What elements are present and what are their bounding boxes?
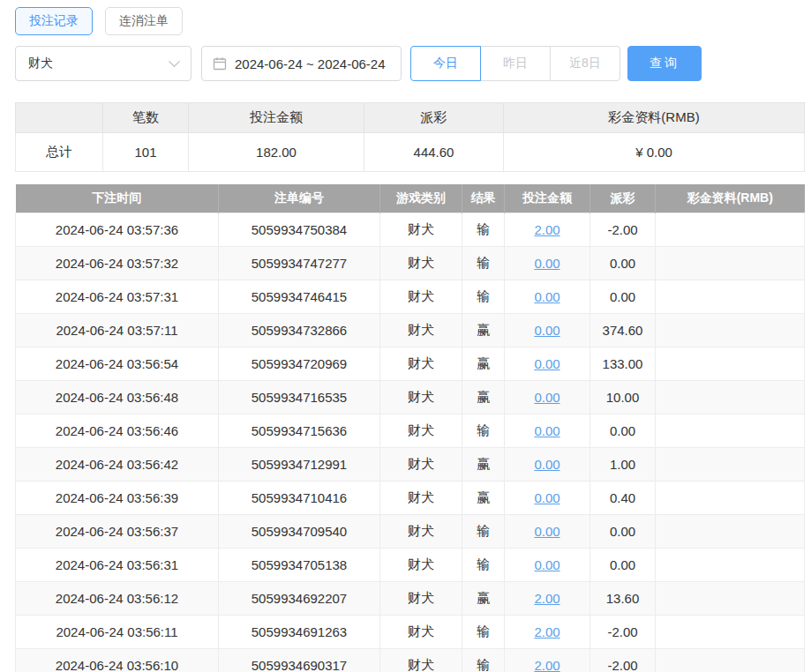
summary-table: 笔数 投注金额 派彩 彩金资料(RMB) 总计 101 182.00 444.6… (15, 102, 805, 172)
payout-cell: -2.00 (590, 648, 656, 672)
result-cell: 赢 (462, 380, 505, 414)
bet-time-cell: 2024-06-24 03:57:11 (16, 313, 219, 347)
date-range-picker[interactable]: 2024-06-24 ~ 2024-06-24 (201, 46, 402, 81)
bet-time-cell: 2024-06-24 03:56:39 (16, 481, 219, 514)
bonus-cell (656, 447, 805, 481)
bet-time-cell: 2024-06-24 03:56:31 (16, 548, 219, 581)
table-row: 2024-06-24 03:56:425059934712991财犬赢0.001… (16, 447, 805, 481)
payout-cell: 133.00 (590, 347, 656, 380)
bet-amount-link[interactable]: 0.00 (534, 423, 559, 438)
table-row: 2024-06-24 03:56:485059934716535财犬赢0.001… (16, 380, 805, 414)
bet-amount-cell: 2.00 (505, 615, 590, 648)
bet-amount-cell: 0.00 (505, 280, 590, 313)
summary-bet-amount-value: 182.00 (189, 133, 364, 172)
summary-bonus-value: ¥ 0.00 (504, 133, 805, 172)
order-id-cell: 5059934732866 (219, 313, 380, 347)
bet-amount-link[interactable]: 0.00 (534, 490, 559, 505)
tabs: 投注记录 连消注单 (15, 7, 804, 35)
table-row: 2024-06-24 03:57:365059934750384财犬输2.00-… (16, 213, 805, 246)
bet-amount-link[interactable]: 0.00 (534, 557, 559, 572)
payout-cell: 374.60 (590, 313, 656, 347)
bonus-cell (656, 213, 805, 246)
bet-amount-link[interactable]: 2.00 (534, 222, 559, 237)
bet-amount-link[interactable]: 0.00 (534, 256, 559, 271)
game-type-cell: 财犬 (380, 347, 462, 380)
game-type-cell: 财犬 (380, 548, 462, 581)
summary-header-count: 笔数 (103, 103, 189, 133)
summary-header-payout: 派彩 (364, 103, 504, 133)
filter-bar: 财犬 2024-06-24 ~ 2024-06-24 今日 昨日 近8日 查询 (15, 46, 804, 81)
bet-time-cell: 2024-06-24 03:56:11 (16, 615, 219, 648)
payout-cell: 13.60 (590, 581, 656, 615)
range-button-today[interactable]: 今日 (410, 46, 481, 81)
range-button-last8days[interactable]: 近8日 (550, 46, 620, 81)
bonus-cell (656, 414, 805, 447)
bet-amount-link[interactable]: 0.00 (534, 457, 559, 472)
bet-amount-link[interactable]: 0.00 (534, 323, 559, 338)
bonus-cell (656, 648, 805, 672)
bet-time-cell: 2024-06-24 03:57:36 (16, 213, 219, 246)
payout-cell: 0.00 (590, 280, 656, 313)
col-header-order-id: 注单编号 (219, 184, 380, 213)
game-type-cell: 财犬 (380, 514, 462, 548)
bet-time-cell: 2024-06-24 03:56:12 (16, 581, 219, 615)
payout-cell: -2.00 (590, 213, 656, 246)
bet-amount-cell: 2.00 (505, 648, 590, 672)
table-row: 2024-06-24 03:56:465059934715636财犬输0.000… (16, 414, 805, 447)
bet-amount-cell: 2.00 (505, 213, 590, 246)
quick-range-group: 今日 昨日 近8日 (410, 46, 620, 81)
table-row: 2024-06-24 03:57:325059934747277财犬输0.000… (16, 246, 805, 280)
game-type-cell: 财犬 (380, 581, 462, 615)
game-select[interactable]: 财犬 (15, 46, 191, 81)
summary-header-row: 笔数 投注金额 派彩 彩金资料(RMB) (16, 103, 805, 133)
bet-time-cell: 2024-06-24 03:56:37 (16, 514, 219, 548)
bonus-cell (656, 380, 805, 414)
bet-time-cell: 2024-06-24 03:57:32 (16, 246, 219, 280)
payout-cell: 0.00 (590, 414, 656, 447)
bet-amount-link[interactable]: 0.00 (534, 390, 559, 405)
bonus-cell (656, 581, 805, 615)
bet-time-cell: 2024-06-24 03:56:54 (16, 347, 219, 380)
bet-time-cell: 2024-06-24 03:56:46 (16, 414, 219, 447)
bonus-cell (656, 313, 805, 347)
result-cell: 赢 (462, 447, 505, 481)
summary-header-bonus: 彩金资料(RMB) (504, 103, 805, 133)
bet-amount-link[interactable]: 0.00 (534, 356, 559, 371)
order-id-cell: 5059934690317 (219, 648, 380, 672)
summary-header-bet-amount: 投注金额 (189, 103, 364, 133)
order-id-cell: 5059934715636 (219, 414, 380, 447)
bet-amount-link[interactable]: 2.00 (534, 624, 559, 639)
bonus-cell (656, 481, 805, 514)
table-row: 2024-06-24 03:56:125059934692207财犬赢2.001… (16, 581, 805, 615)
result-cell: 输 (462, 615, 505, 648)
tab-cancelled-orders[interactable]: 连消注单 (105, 7, 183, 35)
bet-amount-link[interactable]: 0.00 (534, 289, 559, 304)
payout-cell: -2.00 (590, 615, 656, 648)
table-row: 2024-06-24 03:56:315059934705138财犬输0.000… (16, 548, 805, 581)
order-id-cell: 5059934709540 (219, 514, 380, 548)
page-root: 投注记录 连消注单 财犬 2024-06-24 ~ 2024-06-24 今日 … (0, 0, 811, 672)
date-range-text: 2024-06-24 ~ 2024-06-24 (235, 56, 386, 71)
bet-table-header-row: 下注时间 注单编号 游戏类别 结果 投注金额 派彩 彩金资料(RMB) (16, 184, 805, 213)
tab-bet-records[interactable]: 投注记录 (15, 7, 93, 35)
bet-amount-cell: 0.00 (505, 481, 590, 514)
bet-amount-link[interactable]: 0.00 (534, 524, 559, 539)
game-type-cell: 财犬 (380, 615, 462, 648)
game-type-cell: 财犬 (380, 481, 462, 514)
order-id-cell: 5059934710416 (219, 481, 380, 514)
game-type-cell: 财犬 (380, 313, 462, 347)
result-cell: 输 (462, 648, 505, 672)
order-id-cell: 5059934692207 (219, 581, 380, 615)
result-cell: 输 (462, 414, 505, 447)
bet-amount-cell: 0.00 (505, 380, 590, 414)
range-button-yesterday[interactable]: 昨日 (480, 46, 551, 81)
bet-time-cell: 2024-06-24 03:56:48 (16, 380, 219, 414)
payout-cell: 0.00 (590, 548, 656, 581)
game-type-cell: 财犬 (380, 414, 462, 447)
bet-amount-link[interactable]: 2.00 (534, 658, 559, 672)
payout-cell: 0.00 (590, 246, 656, 280)
game-select-value: 财犬 (28, 56, 53, 71)
order-id-cell: 5059934747277 (219, 246, 380, 280)
search-button[interactable]: 查询 (627, 46, 702, 81)
bet-amount-link[interactable]: 2.00 (534, 591, 559, 606)
